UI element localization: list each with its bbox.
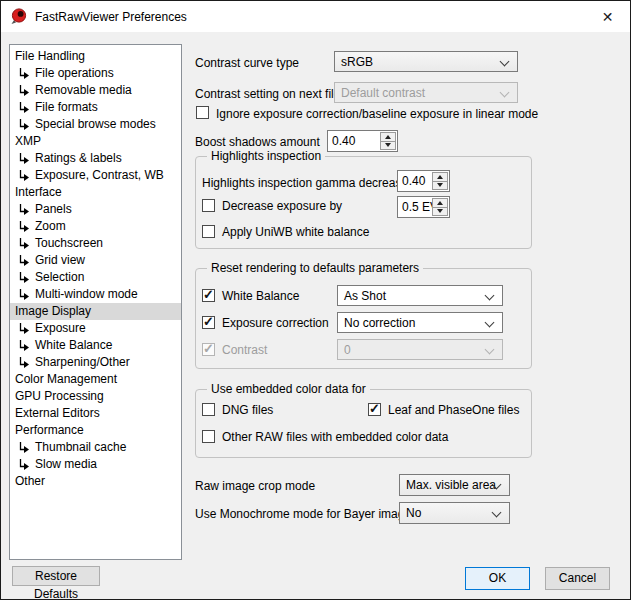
monochrome-mode-select[interactable]: No bbox=[399, 502, 510, 524]
spin-up-button[interactable] bbox=[433, 199, 447, 208]
sidebar-item-white-balance[interactable]: White Balance bbox=[10, 337, 181, 354]
spin-up-button[interactable] bbox=[433, 173, 447, 182]
contrast-setting-value: Default contrast bbox=[341, 86, 425, 100]
white-balance-select[interactable]: As Shot bbox=[337, 285, 503, 306]
crop-mode-select[interactable]: Max. visible area bbox=[399, 474, 510, 496]
cancel-button[interactable]: Cancel bbox=[545, 567, 610, 590]
boost-shadows-input[interactable]: 0.40 bbox=[329, 132, 380, 150]
white-balance-label: White Balance bbox=[222, 289, 299, 303]
preferences-window: FastRawViewer Preferences ✕ File Handlin… bbox=[0, 0, 631, 600]
sidebar-item-thumbnail-cache[interactable]: Thumbnail cache bbox=[10, 439, 181, 456]
branch-arrow-icon bbox=[18, 101, 31, 114]
branch-arrow-icon bbox=[18, 254, 31, 267]
dng-files-checkbox[interactable] bbox=[202, 403, 215, 416]
sidebar-item-external-editors[interactable]: External Editors bbox=[10, 405, 181, 422]
branch-arrow-icon bbox=[18, 118, 31, 131]
branch-arrow-icon bbox=[18, 237, 31, 250]
crop-mode-value: Max. visible area bbox=[406, 478, 496, 492]
contrast-curve-type-select[interactable]: sRGB bbox=[334, 51, 518, 72]
branch-arrow-icon bbox=[18, 441, 31, 454]
contrast-setting-label: Contrast setting on next file bbox=[195, 87, 340, 101]
contrast-value: 0 bbox=[344, 343, 351, 357]
sidebar-item-selection[interactable]: Selection bbox=[10, 269, 181, 286]
sidebar-item-multi-window-mode[interactable]: Multi-window mode bbox=[10, 286, 181, 303]
title-bar: FastRawViewer Preferences ✕ bbox=[1, 1, 630, 32]
sidebar-item-gpu-processing[interactable]: GPU Processing bbox=[10, 388, 181, 405]
apply-uniwb-label: Apply UniWB white balance bbox=[222, 225, 369, 239]
sidebar-item-other[interactable]: Other bbox=[10, 473, 181, 490]
sidebar-item-interface[interactable]: Interface bbox=[10, 184, 181, 201]
spin-down-button[interactable] bbox=[433, 208, 447, 216]
sidebar-item-exposure-contrast-wb[interactable]: Exposure, Contrast, WB bbox=[10, 167, 181, 184]
chevron-down-icon bbox=[500, 88, 510, 98]
chevron-down-icon bbox=[500, 57, 510, 67]
boost-shadows-label: Boost shadows amount bbox=[195, 135, 320, 149]
sidebar-item-color-management[interactable]: Color Management bbox=[10, 371, 181, 388]
gamma-spin-buttons bbox=[432, 172, 448, 190]
exposure-correction-select[interactable]: No correction bbox=[337, 312, 503, 333]
exposure-correction-checkbox[interactable] bbox=[202, 316, 215, 329]
crop-mode-label: Raw image crop mode bbox=[195, 479, 315, 493]
spin-down-button[interactable] bbox=[381, 142, 395, 150]
preferences-category-tree: File Handling File operations Removable … bbox=[9, 44, 182, 560]
sidebar-item-slow-media[interactable]: Slow media bbox=[10, 456, 181, 473]
spin-up-button[interactable] bbox=[381, 133, 395, 142]
decrease-exposure-spin-buttons bbox=[432, 198, 448, 216]
sidebar-item-special-browse-modes[interactable]: Special browse modes bbox=[10, 116, 181, 133]
decrease-exposure-input[interactable]: 0.5 EV bbox=[399, 198, 432, 216]
decrease-exposure-checkbox[interactable] bbox=[202, 199, 215, 212]
close-icon[interactable]: ✕ bbox=[585, 1, 630, 32]
boost-shadows-spin-buttons bbox=[380, 132, 396, 150]
decrease-exposure-spinbox[interactable]: 0.5 EV bbox=[397, 196, 450, 218]
sidebar-item-sharpening-other[interactable]: Sharpening/Other bbox=[10, 354, 181, 371]
embedded-color-data-group-title: Use embedded color data for bbox=[207, 383, 370, 396]
branch-arrow-icon bbox=[18, 458, 31, 471]
leaf-phaseone-checkbox[interactable] bbox=[368, 403, 381, 416]
ignore-exposure-checkbox[interactable] bbox=[196, 106, 209, 119]
sidebar-item-touchscreen[interactable]: Touchscreen bbox=[10, 235, 181, 252]
triangle-down-icon bbox=[437, 183, 443, 187]
triangle-up-icon bbox=[385, 135, 391, 139]
ignore-exposure-label: Ignore exposure correction/baseline expo… bbox=[216, 107, 538, 121]
decrease-exposure-label: Decrease exposure by bbox=[222, 199, 342, 213]
exposure-correction-value: No correction bbox=[344, 316, 415, 330]
white-balance-checkbox[interactable] bbox=[202, 289, 215, 302]
contrast-select: 0 bbox=[337, 339, 503, 360]
contrast-checkbox bbox=[202, 343, 215, 356]
triangle-down-icon bbox=[385, 143, 391, 147]
other-raw-label: Other RAW files with embedded color data bbox=[222, 430, 448, 444]
restore-defaults-button[interactable]: Restore Defaults bbox=[12, 566, 100, 586]
sidebar-item-exposure[interactable]: Exposure bbox=[10, 320, 181, 337]
sidebar-item-xmp[interactable]: XMP bbox=[10, 133, 181, 150]
branch-arrow-icon bbox=[18, 288, 31, 301]
sidebar-item-file-handling[interactable]: File Handling bbox=[10, 48, 181, 65]
sidebar-item-performance[interactable]: Performance bbox=[10, 422, 181, 439]
gamma-decrease-input[interactable]: 0.40 bbox=[399, 172, 432, 190]
sidebar-item-zoom[interactable]: Zoom bbox=[10, 218, 181, 235]
branch-arrow-icon bbox=[18, 220, 31, 233]
chevron-down-icon bbox=[485, 345, 495, 355]
contrast-label: Contrast bbox=[222, 343, 267, 357]
other-raw-checkbox[interactable] bbox=[202, 430, 215, 443]
branch-arrow-icon bbox=[18, 271, 31, 284]
boost-shadows-spinbox[interactable]: 0.40 bbox=[327, 130, 398, 152]
sidebar-item-ratings-labels[interactable]: Ratings & labels bbox=[10, 150, 181, 167]
dng-files-label: DNG files bbox=[222, 403, 273, 417]
leaf-phaseone-label: Leaf and PhaseOne files bbox=[388, 403, 519, 417]
sidebar-item-file-operations[interactable]: File operations bbox=[10, 65, 181, 82]
embedded-color-data-group bbox=[195, 389, 532, 458]
sidebar-item-grid-view[interactable]: Grid view bbox=[10, 252, 181, 269]
gamma-decrease-label: Highlights inspection gamma decrease bbox=[202, 176, 408, 190]
gamma-decrease-spinbox[interactable]: 0.40 bbox=[397, 170, 450, 192]
triangle-down-icon bbox=[437, 209, 443, 213]
branch-arrow-icon bbox=[18, 67, 31, 80]
spin-down-button[interactable] bbox=[433, 182, 447, 190]
sidebar-item-removable-media[interactable]: Removable media bbox=[10, 82, 181, 99]
sidebar-item-file-formats[interactable]: File formats bbox=[10, 99, 181, 116]
sidebar-item-panels[interactable]: Panels bbox=[10, 201, 181, 218]
apply-uniwb-checkbox[interactable] bbox=[202, 225, 215, 238]
branch-arrow-icon bbox=[18, 84, 31, 97]
ok-button[interactable]: OK bbox=[465, 567, 530, 590]
branch-arrow-icon bbox=[18, 169, 31, 182]
sidebar-item-image-display[interactable]: Image Display bbox=[10, 303, 181, 320]
